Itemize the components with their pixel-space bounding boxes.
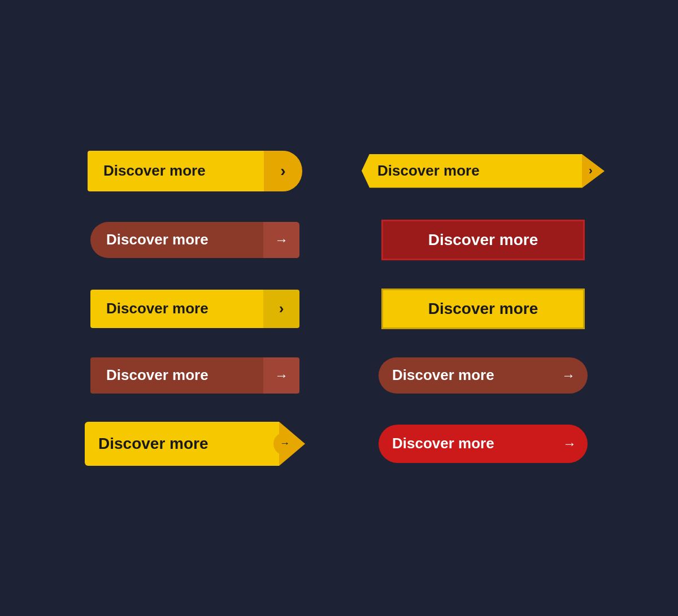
btn1-wrap: Discover more › <box>73 151 316 191</box>
btn8-wrap: Discover more → <box>362 357 605 394</box>
arrow-right-icon-10: → <box>563 436 576 452</box>
btn10-label: Discover more <box>379 425 556 463</box>
btn3-wrap: Discover more → <box>73 220 316 260</box>
btn2-wrap: Discover more › <box>362 151 605 191</box>
btn9-label: Discover more <box>85 422 279 466</box>
btn9-arrow-circle: → <box>273 432 296 455</box>
btn10-wrap: Discover more → <box>362 422 605 466</box>
btn4-label: Discover more <box>428 231 538 249</box>
btn4-wrap: Discover more <box>362 220 605 260</box>
btn6-wrap: Discover more <box>362 289 605 329</box>
btn2-arrow-tip: › <box>582 154 605 188</box>
btn1-label: Discover more <box>88 151 264 191</box>
discover-btn-2[interactable]: Discover more › <box>362 154 605 188</box>
arrow-right-icon-8: → <box>562 368 575 383</box>
arrow-right-icon-3: → <box>275 232 288 248</box>
discover-btn-7[interactable]: Discover more → <box>90 357 299 394</box>
btn8-label: Discover more <box>379 357 554 394</box>
btn5-label: Discover more <box>90 290 263 328</box>
btn3-label: Discover more <box>90 222 263 258</box>
btn3-arrow: → <box>263 222 299 258</box>
btn2-label: Discover more <box>362 154 582 188</box>
btn5-arrow: › <box>263 290 299 328</box>
chevron-right-icon-2: › <box>589 164 593 177</box>
btn9-wrap: Discover more → <box>73 422 316 466</box>
btn10-arrow: → <box>556 425 588 463</box>
btn7-arrow: → <box>263 357 299 394</box>
chevron-right-icon: › <box>280 162 285 180</box>
discover-btn-10[interactable]: Discover more → <box>379 425 588 463</box>
btn5-wrap: Discover more › <box>73 289 316 329</box>
button-grid: Discover more › Discover more › Discover… <box>40 117 638 500</box>
btn1-arrow: › <box>264 151 302 191</box>
discover-btn-8[interactable]: Discover more → <box>379 357 588 394</box>
btn7-wrap: Discover more → <box>73 357 316 394</box>
btn7-label: Discover more <box>90 357 263 394</box>
discover-btn-9[interactable]: Discover more → <box>85 422 305 466</box>
discover-btn-4[interactable]: Discover more <box>381 220 585 260</box>
discover-btn-1[interactable]: Discover more › <box>88 151 302 191</box>
chevron-right-icon-5: › <box>279 300 284 317</box>
discover-btn-6[interactable]: Discover more <box>381 289 585 329</box>
arrow-right-icon-7: → <box>275 368 288 383</box>
btn8-arrow: → <box>554 357 588 394</box>
arrow-right-icon-9: → <box>280 438 290 449</box>
btn6-label: Discover more <box>428 300 538 318</box>
discover-btn-3[interactable]: Discover more → <box>90 222 299 258</box>
discover-btn-5[interactable]: Discover more › <box>90 290 299 328</box>
